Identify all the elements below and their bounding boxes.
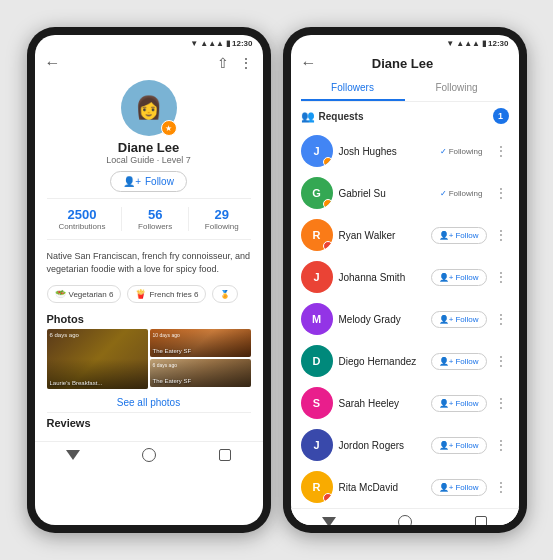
follow-btn-2[interactable]: 👤+ Follow [431,227,487,244]
bottom-nav-right [291,508,519,525]
tag-extra[interactable]: 🏅 [212,285,238,303]
photo-date-2: 10 days ago [153,332,180,338]
tab-following[interactable]: Following [405,76,509,101]
follower-badge-8 [323,493,333,503]
following-label: Following [205,222,239,231]
follower-avatar-6: S [301,387,333,419]
follower-item-0: J Josh Hughes ✓ Following ⋮ [291,130,519,172]
requests-icon: 👥 [301,110,315,123]
follow-icon-6: 👤+ [439,399,454,408]
follower-item-1: G Gabriel Su ✓ Following ⋮ [291,172,519,214]
signal-icon-right: ▲▲▲ [456,39,480,48]
photo-item-1[interactable]: 6 days ago Laurie's Breakfast... [47,329,148,389]
more-options-icon[interactable]: ⋮ [239,55,253,71]
follower-item-2: R Ryan Walker 👤+ Follow ⋮ [291,214,519,256]
following-action-1[interactable]: ✓ Following [436,186,487,201]
profile-section: 👩 ★ Diane Lee Local Guide · Level 7 👤+ F… [35,76,263,441]
top-nav-right: ← Diane Lee [291,50,519,76]
home-nav-button-right[interactable] [398,515,412,525]
photo-date-3: 6 days ago [153,362,177,368]
left-phone: ▼ ▲▲▲ ▮ 12:30 ← ⇧ ⋮ 👩 [27,27,271,533]
more-icon-7[interactable]: ⋮ [493,438,509,452]
status-icons-left: ▼ ▲▲▲ ▮ 12:30 [190,39,252,48]
tag-vegetarian[interactable]: 🥗 Vegetarian 6 [47,285,122,303]
tag-fries[interactable]: 🍟 French fries 6 [127,285,206,303]
more-icon-8[interactable]: ⋮ [493,480,509,494]
photo-label-1: Laurie's Breakfast... [50,380,103,386]
follower-avatar-8: R [301,471,333,503]
home-nav-button[interactable] [142,448,156,462]
tags-row: 🥗 Vegetarian 6 🍟 French fries 6 🏅 [47,279,251,309]
photo-item-3[interactable]: 6 days ago The Eatery SF [150,359,251,387]
follow-btn-6[interactable]: 👤+ Follow [431,395,487,412]
follow-icon-8: 👤+ [439,483,454,492]
follow-icon-5: 👤+ [439,357,454,366]
follow-btn-8[interactable]: 👤+ Follow [431,479,487,496]
followers-stat: 56 Followers [138,207,172,231]
back-button-right[interactable]: ← [301,54,317,72]
follow-btn-3[interactable]: 👤+ Follow [431,269,487,286]
check-icon-1: ✓ [440,189,447,198]
more-icon-2[interactable]: ⋮ [493,228,509,242]
right-phone: ▼ ▲▲▲ ▮ 12:30 ← Diane Lee Followers Foll… [283,27,527,533]
follow-btn-7[interactable]: 👤+ Follow [431,437,487,454]
signal-icon: ▲▲▲ [200,39,224,48]
follower-list: J Josh Hughes ✓ Following ⋮ G [291,130,519,508]
follower-item-7: J Jordon Rogers 👤+ Follow ⋮ [291,424,519,466]
back-nav-button-right[interactable] [322,517,336,525]
followers-number: 56 [148,207,162,222]
follow-btn-5[interactable]: 👤+ Follow [431,353,487,370]
share-icon[interactable]: ⇧ [217,55,229,71]
requests-badge: 1 [493,108,509,124]
more-icon-3[interactable]: ⋮ [493,270,509,284]
follow-icon-7: 👤+ [439,441,454,450]
more-icon-0[interactable]: ⋮ [493,144,509,158]
top-nav-left: ← ⇧ ⋮ [35,50,263,76]
follower-name-4: Melody Grady [339,314,425,325]
follower-name-3: Johanna Smith [339,272,425,283]
extra-icon: 🏅 [220,290,230,299]
battery-icon-right: ▮ [482,39,486,48]
back-nav-button[interactable] [66,450,80,460]
follow-btn-4[interactable]: 👤+ Follow [431,311,487,328]
left-screen: ▼ ▲▲▲ ▮ 12:30 ← ⇧ ⋮ 👩 [35,35,263,525]
requests-row[interactable]: 👥 Requests 1 [291,102,519,130]
recents-nav-button[interactable] [219,449,231,461]
following-number: 29 [214,207,228,222]
following-stat: 29 Following [205,207,239,231]
follow-icon-4: 👤+ [439,315,454,324]
tab-followers[interactable]: Followers [301,76,405,101]
following-action-0[interactable]: ✓ Following [436,144,487,159]
reviews-section-title: Reviews [47,412,251,433]
more-icon-5[interactable]: ⋮ [493,354,509,368]
recents-nav-button-right[interactable] [475,516,487,525]
more-icon-4[interactable]: ⋮ [493,312,509,326]
photo-label-2: The Eatery SF [153,348,192,354]
see-all-photos[interactable]: See all photos [47,389,251,412]
more-icon-6[interactable]: ⋮ [493,396,509,410]
photos-section-title: Photos [47,309,251,329]
right-screen: ▼ ▲▲▲ ▮ 12:30 ← Diane Lee Followers Foll… [291,35,519,525]
level-badge: ★ [161,120,177,136]
follower-item-5: D Diego Hernandez 👤+ Follow ⋮ [291,340,519,382]
fries-icon: 🍟 [135,289,146,299]
vegetarian-icon: 🥗 [55,289,66,299]
follow-button[interactable]: 👤+ Follow [110,171,187,192]
more-icon-1[interactable]: ⋮ [493,186,509,200]
follow-icon-2: 👤+ [439,231,454,240]
follower-avatar-7: J [301,429,333,461]
follower-item-3: J Johanna Smith 👤+ Follow ⋮ [291,256,519,298]
follower-name-8: Rita McDavid [339,482,425,493]
back-button[interactable]: ← [45,54,61,72]
contributions-number: 2500 [67,207,96,222]
follower-name-6: Sarah Heeley [339,398,425,409]
contributions-label: Contributions [58,222,105,231]
tag-vegetarian-label: Vegetarian 6 [69,290,114,299]
nav-icons-left: ⇧ ⋮ [217,55,253,71]
follower-item-4: M Melody Grady 👤+ Follow ⋮ [291,298,519,340]
follower-item-8: R Rita McDavid 👤+ Follow ⋮ [291,466,519,508]
follow-person-icon: 👤+ [123,176,141,187]
follower-name-0: Josh Hughes [339,146,430,157]
photo-item-2[interactable]: 10 days ago The Eatery SF [150,329,251,357]
bio-text: Native San Franciscan, french fry connoi… [47,246,251,279]
